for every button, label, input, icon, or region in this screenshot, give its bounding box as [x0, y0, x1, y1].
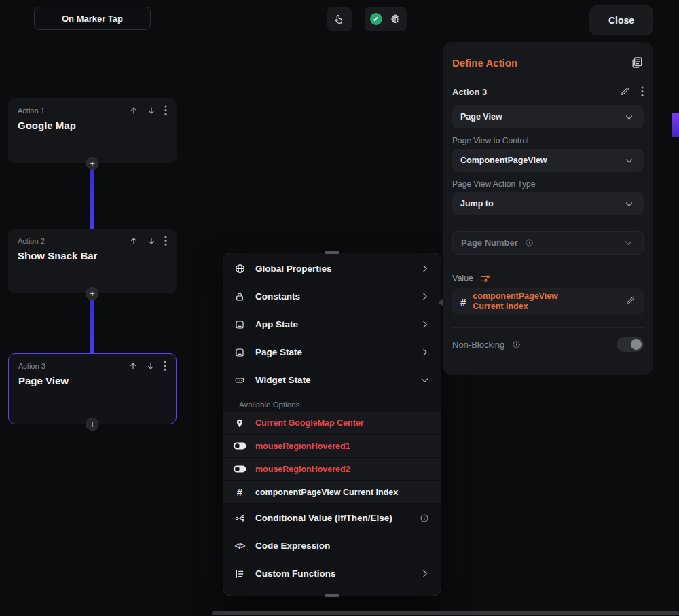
menu-item-label: Custom Functions [255, 568, 409, 579]
value-label: Value [452, 274, 473, 283]
gesture-tap-icon-button[interactable] [327, 7, 352, 31]
app-window-icon [233, 319, 246, 330]
variable-settings-icon [478, 274, 492, 283]
chevron-right-icon [418, 568, 431, 579]
menu-item-label: Code Expression [255, 541, 431, 551]
chevron-down-icon [622, 156, 636, 166]
gesture-tap-icon [333, 13, 346, 25]
globe-icon [233, 263, 246, 274]
value-variable-field[interactable]: # componentPageView Current Index [452, 288, 644, 315]
flow-connector [90, 169, 94, 230]
option-label: Current GoogleMap Center [255, 418, 431, 428]
menu-item-code-expression[interactable]: </> Code Expression [223, 532, 441, 560]
close-button[interactable]: Close [589, 5, 653, 35]
move-up-icon[interactable] [128, 361, 138, 371]
hash-icon: # [460, 296, 466, 308]
info-icon [418, 513, 431, 523]
page-edge-accent [672, 113, 679, 137]
widget-icon [233, 375, 246, 386]
action-index-label: Action 1 [18, 107, 45, 115]
toggle-icon [233, 465, 246, 473]
option-componentpageview-current-index[interactable]: # componentPageView Current Index [223, 481, 441, 504]
success-check-icon[interactable]: ✓ [370, 13, 382, 25]
option-mouse-region-hovered-2[interactable]: mouseRegionHovered2 [223, 458, 441, 481]
kebab-menu-icon[interactable] [164, 236, 167, 246]
non-blocking-row: Non-Blocking [452, 337, 644, 352]
selected-action-name: Action 3 [452, 87, 487, 97]
menu-drag-handle-top[interactable] [325, 251, 340, 254]
chevron-down-icon [621, 238, 635, 248]
page-view-to-control-select[interactable]: ComponentPageView [452, 149, 644, 172]
info-icon [523, 238, 536, 247]
add-action-button[interactable]: + [86, 418, 99, 431]
option-current-googlemap-center[interactable]: Current GoogleMap Center [223, 412, 441, 435]
move-down-icon[interactable] [146, 361, 155, 371]
move-up-icon[interactable] [129, 236, 139, 246]
menu-item-constants[interactable]: Constants [223, 283, 441, 310]
option-label: mouseRegionHovered2 [255, 465, 431, 474]
menu-item-custom-functions[interactable]: Custom Functions [223, 560, 441, 587]
lock-icon [233, 291, 246, 302]
set-from-variable-menu: Global Properties Constants App State Pa… [223, 253, 441, 596]
menu-item-label: Widget State [255, 375, 409, 385]
page-view-action-type-value: Jump to [460, 199, 494, 209]
add-action-button[interactable]: + [86, 157, 99, 170]
menu-item-label: Global Properties [255, 264, 409, 274]
action-title: Page View [18, 375, 69, 386]
menu-item-conditional-value[interactable]: Conditional Value (If/Then/Else) [223, 504, 441, 532]
page-window-icon [233, 347, 246, 358]
page-number-label: Page Number [461, 238, 518, 248]
non-blocking-label: Non-Blocking [452, 340, 504, 350]
kebab-menu-icon[interactable] [641, 86, 644, 96]
page-view-action-type-select[interactable]: Jump to [452, 192, 644, 215]
kebab-menu-icon[interactable] [164, 361, 166, 371]
chevron-right-icon [418, 319, 431, 329]
debug-bug-icon[interactable] [388, 13, 402, 25]
functions-icon [233, 568, 246, 579]
chevron-down-icon [622, 199, 636, 209]
code-icon: </> [233, 541, 246, 551]
action-index-label: Action 2 [18, 237, 45, 245]
page-view-action-type-label: Page View Action Type [452, 179, 535, 189]
chevron-down-icon [418, 375, 431, 385]
menu-item-label: Conditional Value (If/Then/Else) [255, 513, 409, 523]
edit-value-icon[interactable] [625, 295, 636, 308]
page-view-to-control-value: ComponentPageView [460, 156, 547, 165]
value-variable-text: componentPageView Current Index [473, 291, 619, 312]
menu-drag-handle-bottom[interactable] [325, 594, 340, 597]
info-icon [509, 340, 523, 349]
add-action-button[interactable]: + [86, 287, 99, 300]
chevron-right-icon [418, 264, 431, 274]
action-type-select[interactable]: Page View [452, 105, 644, 128]
move-down-icon[interactable] [147, 236, 156, 246]
trigger-button[interactable]: On Marker Tap [34, 7, 151, 30]
action-card-1[interactable]: Action 1 Google Map + [8, 98, 177, 163]
page-number-select[interactable]: Page Number [452, 231, 644, 255]
menu-item-global-properties[interactable]: Global Properties [223, 255, 441, 283]
edit-action-name-icon[interactable] [620, 86, 630, 96]
chevron-down-icon [622, 112, 636, 122]
map-pin-icon [233, 418, 246, 428]
menu-item-label: Page State [255, 347, 409, 357]
define-action-panel: Define Action Action 3 Page View Page Vi… [443, 42, 653, 375]
menu-item-page-state[interactable]: Page State [223, 338, 441, 366]
trigger-label: On Marker Tap [62, 14, 123, 24]
option-mouse-region-hovered-1[interactable]: mouseRegionHovered1 [223, 435, 441, 458]
flow-connector [90, 300, 94, 355]
action-card-3-selected[interactable]: Action 3 Page View + [8, 353, 177, 424]
copy-action-icon[interactable] [630, 56, 644, 69]
move-down-icon[interactable] [147, 106, 156, 115]
kebab-menu-icon[interactable] [164, 105, 167, 115]
circle-icon [233, 596, 246, 597]
menu-item-label: Constants [255, 291, 409, 302]
horizontal-scrollbar[interactable] [212, 611, 679, 615]
move-up-icon[interactable] [129, 106, 139, 115]
action-card-2[interactable]: Action 2 Show Snack Bar + [8, 229, 177, 293]
toggle-icon [233, 441, 246, 450]
menu-item-app-state[interactable]: App State [223, 310, 441, 338]
non-blocking-toggle[interactable] [617, 337, 644, 352]
menu-item-widget-state[interactable]: Widget State [223, 366, 441, 394]
action-type-value: Page View [460, 112, 502, 122]
test-status-group: ✓ [365, 7, 407, 31]
panel-title: Define Action [452, 57, 517, 69]
